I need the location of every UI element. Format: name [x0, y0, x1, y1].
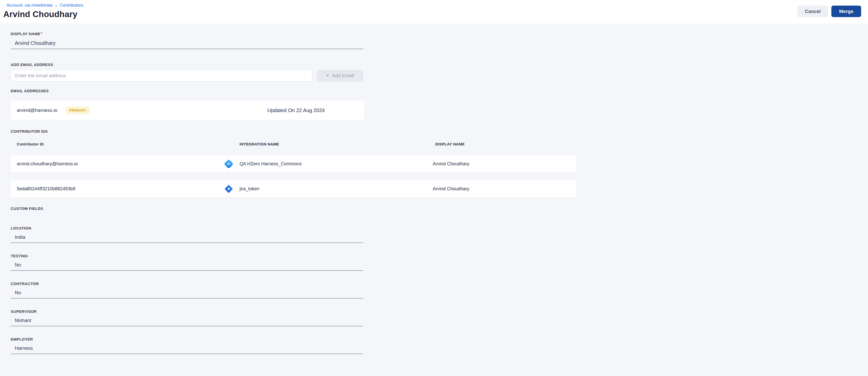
- custom-field-testing: TESTING: [11, 254, 868, 271]
- plus-icon: +: [326, 73, 330, 79]
- add-email-row: + Add Email: [11, 70, 868, 82]
- custom-fields-section: CUSTOM FIELDS LOCATION TESTING CONTRACTO…: [11, 206, 868, 354]
- breadcrumb-account-link[interactable]: Account: sai.cheethirala: [7, 3, 53, 8]
- add-email-label: ADD EMAIL ADDRESS: [11, 62, 868, 67]
- contributor-ids-section: CONTRIBUTOR IDS Contributor ID INTEGRATI…: [11, 129, 868, 197]
- testing-label: TESTING: [11, 254, 868, 258]
- breadcrumb: Account: sai.cheethirala › Contributors: [7, 3, 868, 8]
- testing-input[interactable]: [11, 258, 363, 271]
- integration-name-text: jira_token: [240, 186, 259, 192]
- add-email-button[interactable]: + Add Email: [317, 70, 363, 82]
- email-address-row: arvind@harness.io PRIMARY Updated On 22 …: [11, 100, 364, 120]
- merge-button[interactable]: Merge: [831, 6, 861, 17]
- display-name-label-text: DISPLAY NAME: [11, 32, 40, 36]
- column-header-display-name: DISPLAY NAME: [433, 142, 576, 146]
- page-title: Arvind Choudhary: [3, 9, 868, 19]
- code-glyph: </>: [227, 162, 230, 166]
- display-name-cell: Arvind Choudhary: [433, 186, 576, 192]
- header-actions: Cancel Merge: [797, 6, 861, 17]
- custom-field-contractor: CONTRACTOR: [11, 282, 868, 298]
- add-email-button-label: Add Email: [332, 73, 354, 79]
- custom-field-employer: EMPLOYER: [11, 337, 868, 354]
- display-name-cell: Arvind Choudhary: [433, 161, 576, 167]
- contributor-ids-label: CONTRIBUTOR IDS: [11, 129, 868, 134]
- email-input[interactable]: [11, 70, 312, 82]
- top-bar: Account: sai.cheethirala › Contributors …: [0, 0, 868, 24]
- contributor-id-cell: 5eda80244ff3210b882493b9: [17, 186, 224, 192]
- email-addresses-label: EMAIL ADDRESSES: [11, 89, 868, 93]
- employer-label: EMPLOYER: [11, 337, 868, 341]
- email-address-text: arvind@harness.io: [17, 108, 57, 113]
- contributor-id-cell: arvind.choudhary@harness.io: [17, 161, 224, 167]
- jira-icon: [224, 184, 234, 194]
- main-content: DISPLAY NAME* ADD EMAIL ADDRESS + Add Em…: [0, 24, 868, 364]
- primary-badge: PRIMARY: [66, 107, 90, 114]
- display-name-input[interactable]: [11, 36, 363, 49]
- contractor-label: CONTRACTOR: [11, 282, 868, 286]
- location-label: LOCATION: [11, 226, 868, 230]
- employer-input[interactable]: [11, 341, 363, 354]
- location-input[interactable]: [11, 230, 363, 243]
- contractor-input[interactable]: [11, 286, 363, 298]
- custom-field-supervisor: SUPERVISOR: [11, 309, 868, 326]
- supervisor-input[interactable]: [11, 314, 363, 326]
- cancel-button[interactable]: Cancel: [797, 6, 828, 17]
- display-name-label: DISPLAY NAME*: [11, 32, 868, 36]
- column-header-contributor-id: Contributor ID: [17, 142, 224, 146]
- column-header-integration-name: INTEGRATION NAME: [224, 142, 433, 146]
- custom-field-location: LOCATION: [11, 226, 868, 243]
- breadcrumb-contributors-link[interactable]: Contributors: [60, 3, 84, 8]
- code-integration-icon: </>: [224, 159, 234, 169]
- required-asterisk: *: [41, 32, 43, 36]
- display-name-group: DISPLAY NAME*: [11, 24, 868, 49]
- table-row: 5eda80244ff3210b882493b9 jira_token: [11, 180, 576, 197]
- supervisor-label: SUPERVISOR: [11, 309, 868, 314]
- integration-cell: </> QA HZero Harness_Commons: [224, 161, 433, 167]
- add-email-group: ADD EMAIL ADDRESS + Add Email: [11, 62, 868, 82]
- table-row: arvind.choudhary@harness.io </> QA HZero…: [11, 155, 576, 172]
- updated-on-text: Updated On 22 Aug 2024: [267, 108, 325, 113]
- chevron-right-icon: ›: [56, 3, 57, 8]
- email-addresses-section: EMAIL ADDRESSES arvind@harness.io PRIMAR…: [11, 89, 868, 120]
- custom-fields-label: CUSTOM FIELDS: [11, 206, 868, 211]
- integration-cell: jira_token: [224, 184, 433, 194]
- integration-name-text: QA HZero Harness_Commons: [240, 161, 302, 167]
- contributor-ids-table-header: Contributor ID INTEGRATION NAME DISPLAY …: [11, 142, 576, 146]
